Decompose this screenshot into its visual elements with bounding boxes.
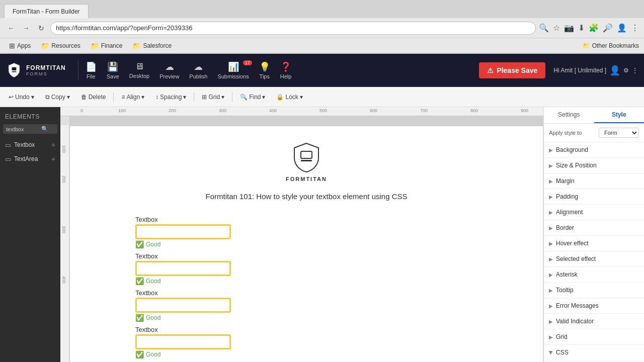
- zoom-icon[interactable]: 🔎: [603, 23, 613, 33]
- section-header-tooltip[interactable]: ▶ Tooltip: [544, 283, 644, 298]
- section-header-valid-indicator[interactable]: ▶ Valid Indicator: [544, 314, 644, 329]
- publish-button[interactable]: ☁ Publish: [184, 59, 212, 81]
- browser-tab[interactable]: FormTitan - Form Builder: [4, 4, 89, 18]
- search-box[interactable]: 🔍: [3, 124, 57, 134]
- section-header-margin[interactable]: ▶ Margin: [544, 173, 644, 189]
- spacing-button[interactable]: ↕ Spacing ▾: [151, 92, 191, 103]
- canvas-scroll[interactable]: FORMTITAN Formtitan 101: How to style yo…: [69, 116, 543, 362]
- toolbar2-separator: [113, 92, 114, 102]
- element-textbox[interactable]: ▭ Textbox +: [0, 138, 60, 152]
- address-bar[interactable]: [50, 22, 536, 35]
- style-section-tooltip: ▶ Tooltip: [544, 283, 644, 298]
- style-section-asterisk: ▶ Asterisk: [544, 267, 644, 283]
- apply-style-select[interactable]: Form: [599, 128, 639, 138]
- submissions-button[interactable]: 📊 Submissions 17: [212, 59, 254, 81]
- find-label: Find: [249, 94, 261, 101]
- section-label-padding: Padding: [556, 193, 578, 200]
- align-label: Align: [126, 94, 140, 101]
- textbox-input-3[interactable]: [135, 298, 231, 313]
- align-icon: ≡: [121, 94, 125, 101]
- canvas-page[interactable]: FORMTITAN Formtitan 101: How to style yo…: [70, 126, 543, 362]
- preview-button[interactable]: ☁ Preview: [154, 59, 184, 81]
- ruler-top: 0 100 200 300 400 500 600 700 800 900: [60, 107, 543, 116]
- tab-style[interactable]: Style: [594, 107, 645, 123]
- salesforce-bookmark-icon: 📁: [132, 42, 141, 50]
- textbox-group-label-1: Textbox: [135, 216, 528, 223]
- section-header-alignment[interactable]: ▶ Alignment: [544, 205, 644, 220]
- user-icon[interactable]: 👤: [617, 23, 627, 33]
- reload-button[interactable]: ↻: [35, 22, 47, 34]
- section-label-alignment: Alignment: [556, 209, 583, 216]
- forward-button[interactable]: →: [20, 22, 32, 34]
- textbox-input-4[interactable]: [135, 334, 231, 349]
- camera-icon[interactable]: 📷: [564, 23, 574, 33]
- search-icon: 🔍: [41, 126, 48, 132]
- section-arrow-asterisk: ▶: [549, 272, 553, 278]
- apply-style-area: Apply style to Form: [544, 124, 644, 142]
- ruler-label-500: 500: [319, 108, 327, 113]
- search-input[interactable]: [6, 126, 41, 132]
- user-menu-icon[interactable]: ⋮: [632, 67, 638, 74]
- ruler-label-900: 900: [521, 108, 528, 113]
- section-header-border[interactable]: ▶ Border: [544, 220, 644, 235]
- section-label-hover-effect: Hover effect: [556, 240, 588, 247]
- find-button[interactable]: 🔍 Find ▾: [235, 92, 270, 103]
- canvas-area[interactable]: 0 100 200 300 400 500 600 700 800 900 10…: [60, 107, 543, 362]
- section-header-grid[interactable]: ▶ Grid: [544, 329, 644, 344]
- bookmark-salesforce[interactable]: 📁 Salesforce: [128, 41, 176, 51]
- grid-label: Grid: [208, 94, 220, 101]
- bookmark-apps[interactable]: ⊞ Apps: [5, 41, 35, 51]
- textbox-input-1[interactable]: [135, 224, 231, 239]
- copy-button[interactable]: ⧉ Copy ▾: [41, 92, 74, 103]
- lock-button[interactable]: 🔒 Lock ▾: [272, 92, 307, 103]
- section-header-padding[interactable]: ▶ Padding: [544, 189, 644, 204]
- bookmark-finance-label: Finance: [101, 42, 123, 49]
- lock-label: Lock: [285, 94, 298, 101]
- search-icon[interactable]: 🔍: [539, 23, 549, 33]
- right-panel: Settings Style Apply style to Form ▶ Bac…: [543, 107, 644, 362]
- tab-settings[interactable]: Settings: [544, 107, 594, 123]
- svg-rect-1: [12, 71, 17, 72]
- back-button[interactable]: ←: [5, 22, 17, 34]
- style-section-hover-effect: ▶ Hover effect: [544, 236, 644, 251]
- textbox-input-2[interactable]: [135, 261, 231, 276]
- help-label: Help: [280, 73, 292, 79]
- textarea-add-icon[interactable]: +: [51, 155, 55, 163]
- ruler-left-label2: 200: [61, 175, 66, 183]
- section-header-error-messages[interactable]: ▶ Error Messages: [544, 298, 644, 313]
- ruler-left-label3: 300: [61, 226, 66, 233]
- download-icon[interactable]: ⬇: [578, 23, 585, 33]
- section-header-size-position[interactable]: ▶ Size & Position: [544, 158, 644, 173]
- section-header-asterisk[interactable]: ▶ Asterisk: [544, 267, 644, 282]
- please-save-button[interactable]: ⚠ Please Save: [479, 62, 545, 78]
- section-header-selected-effect[interactable]: ▶ Selected effect: [544, 251, 644, 266]
- textbox-add-icon[interactable]: +: [51, 141, 55, 149]
- element-textarea[interactable]: ▭ TextArea +: [0, 152, 60, 166]
- star-icon[interactable]: ☆: [553, 23, 560, 33]
- grid-icon: ⊞: [202, 94, 207, 101]
- save-button[interactable]: 💾 Save: [102, 59, 124, 81]
- menu-icon[interactable]: ⋮: [631, 23, 639, 33]
- align-button[interactable]: ≡ Align ▾: [117, 92, 149, 103]
- section-header-background[interactable]: ▶ Background: [544, 142, 644, 157]
- bookmark-finance[interactable]: 📁 Finance: [87, 41, 127, 51]
- user-settings-icon[interactable]: ⚙: [623, 67, 629, 74]
- bookmark-resources[interactable]: 📁 Resources: [37, 41, 84, 51]
- extension-icon[interactable]: 🧩: [589, 23, 599, 33]
- undo-button[interactable]: ↩ Undo ▾: [4, 92, 39, 103]
- grid-button[interactable]: ⊞ Grid ▾: [197, 92, 229, 103]
- other-bookmarks-icon: 📁: [583, 42, 590, 49]
- tips-button[interactable]: 💡 Tips: [254, 59, 275, 81]
- help-button[interactable]: ❓ Help: [275, 59, 297, 81]
- other-bookmarks[interactable]: 📁 Other Bookmarks: [583, 42, 639, 49]
- desktop-button[interactable]: 🖥 Desktop: [124, 59, 154, 81]
- file-label: File: [87, 73, 96, 79]
- file-button[interactable]: 📄 File: [80, 59, 102, 81]
- section-header-css[interactable]: ▶ CSS: [544, 345, 644, 360]
- good-check-icon-3: ✅: [135, 314, 144, 322]
- form-logo-label: FORMTITAN: [286, 176, 327, 182]
- ruler-label-100: 100: [118, 108, 126, 113]
- section-header-hover-effect[interactable]: ▶ Hover effect: [544, 236, 644, 251]
- section-arrow-border: ▶: [549, 225, 553, 231]
- delete-button[interactable]: 🗑 Delete: [76, 92, 111, 103]
